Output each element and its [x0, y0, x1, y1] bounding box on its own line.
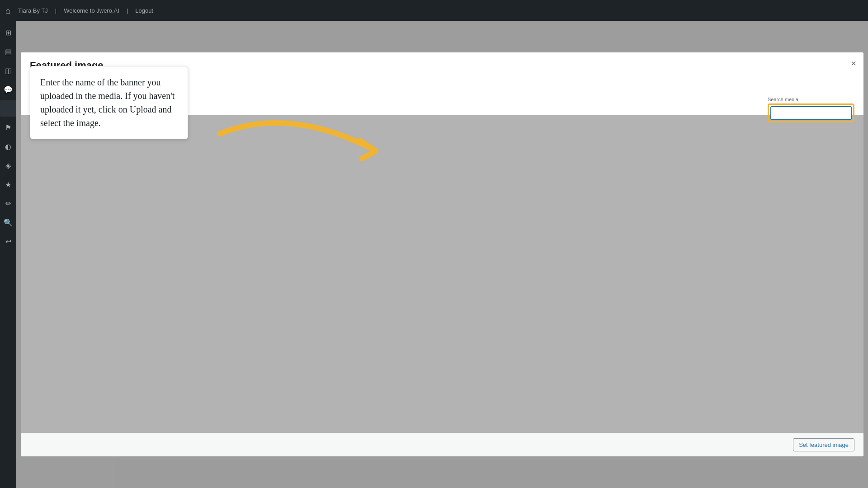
custom2-icon[interactable]: 🔍 — [0, 214, 16, 230]
sidebar: ⊞ ▤ ◫ 💬 ⚑ ◐ ◈ ★ ✏ 🔍 ↩ — [0, 21, 16, 488]
modal-close-button[interactable]: × — [851, 59, 856, 68]
search-media-label: Search media — [768, 97, 854, 102]
welcome-link[interactable]: Welcome to Jwero.AI — [64, 7, 119, 14]
custom1-icon[interactable]: ✏ — [0, 195, 16, 211]
admin-bar: ⌂ Tiara By TJ | Welcome to Jwero.AI | Lo… — [0, 0, 868, 21]
tooltip-text: Enter the name of the banner you uploade… — [40, 75, 178, 130]
users-icon[interactable]: ◐ — [0, 138, 16, 155]
media-icon[interactable]: ◫ — [0, 62, 16, 79]
tooltip-bubble: Enter the name of the banner you uploade… — [30, 66, 188, 139]
plugins-icon[interactable]: ⚑ — [0, 119, 16, 136]
site-name-link[interactable]: Tiara By TJ — [18, 7, 48, 14]
settings-icon[interactable]: ★ — [0, 176, 16, 192]
wp-home-icon[interactable]: ⌂ — [5, 5, 11, 16]
search-area: Search media — [768, 97, 854, 122]
comments-icon[interactable]: 💬 — [0, 81, 16, 98]
tools-icon[interactable]: ◈ — [0, 157, 16, 174]
appearance-icon[interactable] — [0, 100, 16, 117]
set-featured-image-button[interactable]: Set featured image — [793, 438, 854, 451]
media-grid[interactable] — [21, 115, 863, 433]
modal-footer: Set featured image — [21, 433, 863, 456]
posts-icon[interactable]: ▤ — [0, 43, 16, 60]
separator-1: | — [55, 7, 57, 14]
search-highlight-border — [768, 103, 854, 122]
modal-overlay: Featured image Upload files Media Librar… — [16, 21, 868, 488]
separator-2: | — [127, 7, 128, 14]
custom3-icon[interactable]: ↩ — [0, 233, 16, 249]
dashboard-icon[interactable]: ⊞ — [0, 24, 16, 41]
logout-link[interactable]: Logout — [135, 7, 153, 14]
search-media-input[interactable] — [770, 106, 852, 120]
featured-image-modal: Featured image Upload files Media Librar… — [21, 52, 863, 456]
